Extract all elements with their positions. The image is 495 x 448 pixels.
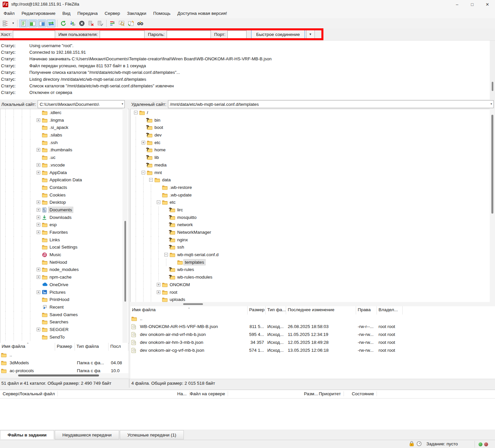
quickconnect-button[interactable]: Быстрое соединение (251, 30, 305, 39)
tree-item-desktop[interactable]: +Desktop (0, 199, 129, 206)
tree-item-label[interactable]: templates (184, 259, 205, 265)
expand-icon[interactable]: + (37, 275, 40, 279)
tree-item-etc[interactable]: +etc (131, 139, 495, 147)
queue-column-на-[interactable]: На... (177, 391, 190, 396)
remote-tree-scrollbar[interactable] (490, 109, 495, 302)
port-input[interactable] (227, 30, 247, 39)
tree-item-label[interactable]: .ssh (49, 140, 59, 145)
tree-item-data[interactable]: −data (131, 176, 495, 184)
expand-icon[interactable]: + (37, 290, 40, 294)
tree-item-label[interactable]: Saved Games (49, 312, 79, 317)
password-input[interactable] (167, 30, 211, 39)
tab-файлы-в-задании[interactable]: Файлы в задании (0, 430, 54, 439)
tree-item-.si_apack[interactable]: .si_apack (0, 124, 129, 132)
tree-item-label[interactable]: dev (153, 132, 163, 138)
tree-item-cookies[interactable]: Cookies (0, 192, 129, 199)
tree-item-searches[interactable]: Searches (0, 318, 129, 326)
tree-item-label[interactable]: Favorites (49, 229, 69, 235)
tree-item-label[interactable]: boot (153, 125, 164, 130)
tree-item-printhood[interactable]: PrintHood (0, 296, 129, 304)
tree-item-.uc[interactable]: .uc (0, 154, 129, 162)
speed-limit-icon[interactable] (416, 441, 422, 447)
tree-item-label[interactable]: .wb-restore (169, 185, 193, 190)
sync-browse-icon[interactable] (127, 19, 135, 27)
column-header-размер[interactable]: Размер (55, 343, 75, 351)
filter-icon[interactable] (108, 19, 117, 27)
tree-item-label[interactable]: Contacts (49, 185, 68, 190)
tree-item-label[interactable]: network (176, 222, 194, 227)
tree-item-label[interactable]: lirc (176, 207, 184, 213)
column-header-посл[interactable]: Посл (109, 343, 128, 351)
file-row-dev-onokom-air-hm-3-mb-b.json[interactable]: {}dev onokom-air-hm-3-mb-b.json34 357Исх… (130, 338, 495, 346)
tree-item-.wb-update[interactable]: .wb-update (131, 192, 495, 199)
tree-item-segger[interactable]: +SEGGER (0, 326, 129, 334)
username-input[interactable] (100, 30, 145, 39)
tree-item-label[interactable]: lib (153, 155, 160, 160)
tree-item-label[interactable]: Recent (49, 304, 65, 310)
tree-item-label[interactable]: wb-mqtt-serial.conf.d (176, 252, 219, 257)
tree-item--[interactable]: −/ (131, 109, 495, 117)
reconnect-icon[interactable] (96, 19, 105, 27)
tree-item-label[interactable]: node_modules (49, 267, 80, 272)
tree-item-.silabs[interactable]: .silabs (0, 132, 129, 139)
column-header-владел-[interactable]: Владел... (377, 306, 403, 314)
queue-column-приоритет[interactable]: Приоритет (319, 391, 344, 396)
tree-item-appdata[interactable]: +AppData (0, 169, 129, 177)
tree-item-label[interactable]: mosquitto (176, 215, 198, 220)
tree-item-favorites[interactable]: +Favorites (0, 229, 129, 236)
column-header-тип-фа-[interactable]: Тип фа... (266, 306, 286, 314)
menu-item-1[interactable]: Файл (0, 10, 18, 17)
toggle-remote-tree-icon[interactable] (38, 19, 46, 27)
tree-item-.vscode[interactable]: +.vscode (0, 162, 129, 169)
queue-column-файл-на-сервере[interactable]: Файл на сервере (190, 391, 228, 396)
tree-item-saved-games[interactable]: Saved Games (0, 311, 129, 319)
expand-icon[interactable]: + (37, 328, 40, 331)
tree-item-wb-mqtt-serial.conf.d[interactable]: −wb-mqtt-serial.conf.d (131, 251, 495, 259)
tree-item-label[interactable]: wb-rules (176, 267, 195, 272)
tree-item-label[interactable]: mnt (153, 170, 163, 175)
menu-item-3[interactable]: Вид (59, 10, 74, 17)
tree-item-label[interactable]: .uc (49, 155, 56, 160)
tree-item-label[interactable]: .si_apack (49, 125, 69, 130)
tree-item-label[interactable]: etc (153, 140, 161, 145)
tree-item-label[interactable]: wb-rules-modules (176, 274, 214, 280)
expand-icon[interactable]: + (37, 200, 40, 204)
host-input[interactable] (13, 30, 55, 39)
tree-item-nethood[interactable]: NetHood (0, 259, 129, 266)
site-manager-icon[interactable] (2, 19, 10, 27)
tree-item-label[interactable]: Application Data (49, 177, 83, 183)
maximize-button[interactable]: □ (465, 0, 480, 9)
tree-item-downloads[interactable]: +Downloads (0, 214, 129, 222)
remote-path-combobox[interactable]: /mnt/data/etc/wb-mqtt-serial.conf.d/temp… (168, 100, 494, 108)
toggle-log-icon[interactable] (19, 19, 28, 27)
expand-icon[interactable]: + (157, 290, 160, 294)
tree-item-label[interactable]: PrintHood (49, 297, 70, 302)
chevron-down-icon[interactable]: ▾ (122, 102, 123, 105)
tree-item-label[interactable]: Music (49, 252, 62, 257)
menu-item-8[interactable]: Доступна новая версия! (174, 10, 230, 17)
tree-item-sendto[interactable]: SendTo (0, 334, 129, 341)
file-row-..[interactable]: .. (0, 351, 128, 359)
toggle-queue-icon[interactable] (47, 19, 55, 27)
tree-item-nginx[interactable]: ?nginx (131, 236, 495, 244)
tree-item-.lingma[interactable]: +.lingma (0, 117, 129, 124)
tree-item-onedrive[interactable]: OneDrive (0, 281, 129, 289)
tree-item-pictures[interactable]: +Pictures (0, 289, 129, 296)
menu-item-4[interactable]: Передача (74, 10, 101, 17)
tree-item-label[interactable]: uploads (169, 297, 186, 302)
tree-item-label[interactable]: .vscode (49, 162, 66, 168)
tree-item-.wb-restore[interactable]: .wb-restore (131, 184, 495, 192)
tree-item-label[interactable]: / (146, 110, 149, 115)
tree-item-application-data[interactable]: Application Data (0, 176, 129, 184)
tree-item-recent[interactable]: Recent (0, 304, 129, 311)
tree-item-label[interactable]: ONOKOM (169, 282, 191, 287)
refresh-icon[interactable] (59, 19, 68, 27)
menu-item-7[interactable]: Помощь (150, 10, 174, 17)
collapse-icon[interactable]: − (157, 200, 160, 204)
tree-item-bin[interactable]: ?bin (131, 117, 495, 124)
tree-item-network[interactable]: ?network (131, 221, 495, 229)
expand-icon[interactable]: + (37, 148, 40, 152)
tree-item-label[interactable]: media (153, 162, 168, 168)
collapse-icon[interactable]: − (149, 178, 153, 182)
expand-icon[interactable]: + (142, 141, 145, 144)
